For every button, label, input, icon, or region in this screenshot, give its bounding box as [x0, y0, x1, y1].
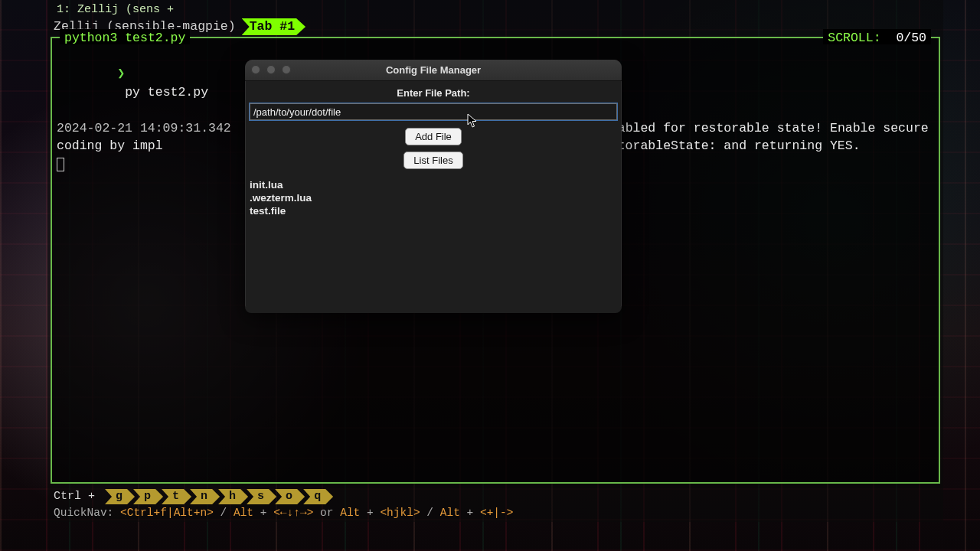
list-files-button[interactable]: List Files	[403, 152, 462, 169]
tab-active[interactable]: Tab #1	[242, 18, 305, 35]
config-file-manager-dialog: Config File Manager Enter File Path: Add…	[245, 60, 622, 313]
list-item[interactable]: .wezterm.lua	[250, 191, 617, 204]
hotkey-t[interactable]: t	[162, 489, 191, 504]
command-text: py test2.py	[125, 85, 208, 99]
hotkey-n[interactable]: n	[190, 489, 220, 504]
hotkey-prefix: Ctrl +	[54, 488, 102, 504]
hotkey-q[interactable]: q	[303, 489, 333, 504]
hotkey-s[interactable]: s	[247, 489, 276, 504]
window-controls	[251, 65, 291, 74]
hotkey-o[interactable]: o	[275, 489, 305, 504]
os-window-title: 1: Zellij (sens +	[57, 2, 174, 18]
dialog-body: Enter File Path: Add File List Files ini…	[245, 81, 622, 307]
close-icon[interactable]	[251, 65, 260, 74]
zellij-session-label: Zellij (sensible-magpie)	[54, 18, 236, 35]
add-file-button[interactable]: Add File	[405, 128, 462, 145]
quicknav-help: QuickNav: <Ctrl+f|Alt+n> / Alt + <←↓↑→> …	[54, 505, 937, 520]
file-path-label: Enter File Path:	[245, 84, 622, 103]
hotkey-g[interactable]: g	[105, 489, 135, 504]
dialog-titlebar[interactable]: Config File Manager	[245, 60, 622, 81]
zoom-icon[interactable]	[282, 65, 291, 74]
file-path-input[interactable]	[250, 103, 617, 120]
hotkey-h[interactable]: h	[218, 489, 248, 504]
file-list: init.lua .wezterm.lua test.file	[245, 177, 622, 307]
dialog-footer	[245, 307, 622, 313]
hotkey-p[interactable]: p	[133, 489, 163, 504]
status-bar: Ctrl + g p t n h s o q QuickNav: <Ctrl+f…	[54, 488, 937, 522]
list-item[interactable]: init.lua	[250, 178, 617, 191]
terminal-cursor-icon	[57, 158, 64, 171]
minimize-icon[interactable]	[266, 65, 276, 74]
prompt-icon: ❯	[117, 67, 125, 81]
dialog-title: Config File Manager	[386, 64, 481, 76]
zellij-tab-bar: Zellij (sensible-magpie) Tab #1	[54, 18, 937, 35]
hotkey-bar: Ctrl + g p t n h s o q	[54, 488, 937, 505]
list-item[interactable]: test.file	[250, 204, 617, 217]
